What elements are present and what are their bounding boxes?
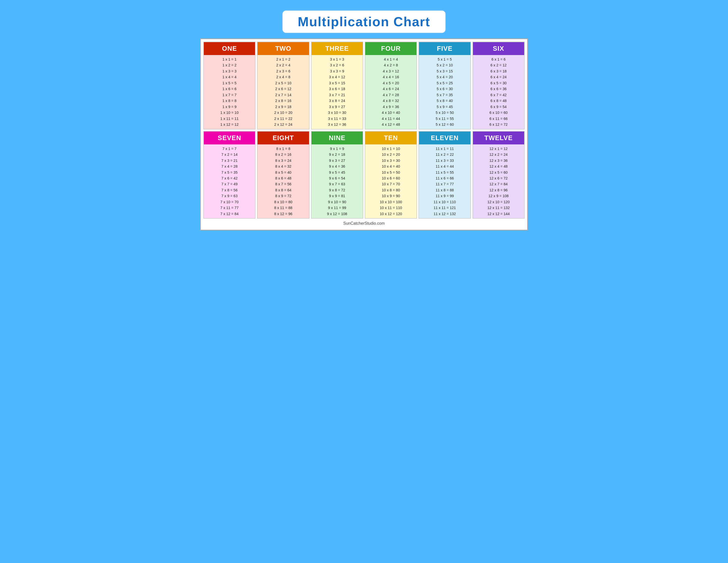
equation-row: 10 x 10 = 100: [366, 199, 415, 205]
equation-row: 10 x 9 = 90: [366, 193, 415, 199]
equation-row: 8 x 8 = 64: [259, 187, 308, 193]
equation-row: 8 x 5 = 40: [259, 170, 308, 175]
equation-row: 1 x 10 = 10: [205, 110, 254, 115]
equation-row: 9 x 10 = 90: [313, 199, 362, 205]
header-six: SIX: [473, 42, 524, 55]
equation-row: 4 x 5 = 20: [366, 80, 415, 86]
equation-row: 8 x 6 = 48: [259, 175, 308, 181]
equation-row: 12 x 1 = 12: [474, 146, 523, 151]
equation-row: 9 x 8 = 72: [313, 187, 362, 193]
equation-row: 6 x 6 = 36: [474, 86, 523, 92]
equation-row: 9 x 11 = 99: [313, 205, 362, 210]
equation-row: 5 x 4 = 20: [420, 74, 469, 80]
equation-row: 10 x 12 = 120: [366, 211, 415, 216]
equation-row: 1 x 3 = 3: [205, 68, 254, 74]
equation-row: 6 x 7 = 42: [474, 92, 523, 98]
equation-row: 7 x 8 = 56: [205, 187, 254, 193]
equation-row: 4 x 1 = 4: [366, 57, 415, 62]
equation-row: 8 x 3 = 24: [259, 158, 308, 163]
equation-row: 9 x 3 = 27: [313, 158, 362, 163]
equation-row: 12 x 10 = 120: [474, 199, 523, 205]
equation-row: 10 x 5 = 50: [366, 170, 415, 175]
equation-row: 1 x 6 = 6: [205, 86, 254, 92]
equation-row: 1 x 5 = 5: [205, 80, 254, 86]
equation-row: 10 x 7 = 70: [366, 181, 415, 187]
equation-row: 11 x 11 = 121: [420, 205, 469, 210]
equation-row: 5 x 11 = 55: [420, 116, 469, 121]
equation-row: 6 x 4 = 24: [474, 74, 523, 80]
section-three: THREE3 x 1 = 33 x 2 = 63 x 3 = 93 x 4 = …: [311, 42, 363, 129]
body-three: 3 x 1 = 33 x 2 = 63 x 3 = 93 x 4 = 123 x…: [312, 55, 363, 129]
section-one: ONE1 x 1 = 11 x 2 = 21 x 3 = 31 x 4 = 41…: [203, 42, 256, 129]
equation-row: 8 x 11 = 88: [259, 205, 308, 210]
header-nine: NINE: [312, 131, 363, 144]
equation-row: 2 x 4 = 8: [259, 74, 308, 80]
equation-row: 12 x 9 = 108: [474, 193, 523, 199]
equation-row: 4 x 7 = 28: [366, 92, 415, 98]
equation-row: 5 x 1 = 5: [420, 57, 469, 62]
equation-row: 5 x 7 = 35: [420, 92, 469, 98]
equation-row: 2 x 10 = 20: [259, 110, 308, 115]
equation-row: 7 x 1 = 7: [205, 146, 254, 151]
equation-row: 9 x 2 = 18: [313, 152, 362, 157]
equation-row: 3 x 12 = 36: [313, 122, 362, 127]
equation-row: 12 x 6 = 72: [474, 175, 523, 181]
equation-row: 11 x 10 = 110: [420, 199, 469, 205]
equation-row: 8 x 4 = 32: [259, 164, 308, 169]
equation-row: 2 x 3 = 6: [259, 68, 308, 74]
section-five: FIVE5 x 1 = 55 x 2 = 105 x 3 = 155 x 4 =…: [418, 42, 471, 129]
equation-row: 5 x 8 = 40: [420, 98, 469, 103]
equation-row: 11 x 4 = 44: [420, 164, 469, 169]
body-eight: 8 x 1 = 88 x 2 = 168 x 3 = 248 x 4 = 328…: [258, 144, 309, 218]
equation-row: 12 x 11 = 132: [474, 205, 523, 210]
equation-row: 1 x 7 = 7: [205, 92, 254, 98]
equation-row: 2 x 7 = 14: [259, 92, 308, 98]
equation-row: 3 x 2 = 6: [313, 62, 362, 68]
equation-row: 3 x 7 = 21: [313, 92, 362, 98]
equation-row: 11 x 2 = 22: [420, 152, 469, 157]
header-ten: TEN: [365, 131, 416, 144]
equation-row: 7 x 7 = 49: [205, 181, 254, 187]
equation-row: 6 x 10 = 60: [474, 110, 523, 115]
section-four: FOUR4 x 1 = 44 x 2 = 84 x 3 = 124 x 4 = …: [365, 42, 417, 129]
equation-row: 12 x 3 = 36: [474, 158, 523, 163]
equation-row: 7 x 12 = 84: [205, 211, 254, 216]
equation-row: 3 x 5 = 15: [313, 80, 362, 86]
equation-row: 2 x 8 = 16: [259, 98, 308, 103]
equation-row: 9 x 9 = 81: [313, 193, 362, 199]
equation-row: 11 x 5 = 55: [420, 170, 469, 175]
body-five: 5 x 1 = 55 x 2 = 105 x 3 = 155 x 4 = 205…: [419, 55, 470, 129]
equation-row: 6 x 5 = 30: [474, 80, 523, 86]
equation-row: 2 x 5 = 10: [259, 80, 308, 86]
equation-row: 4 x 11 = 44: [366, 116, 415, 121]
equation-row: 7 x 3 = 21: [205, 158, 254, 163]
header-eleven: ELEVEN: [419, 131, 470, 144]
header-four: FOUR: [365, 42, 416, 55]
equation-row: 10 x 8 = 80: [366, 187, 415, 193]
equation-row: 12 x 2 = 24: [474, 152, 523, 157]
equation-row: 10 x 1 = 10: [366, 146, 415, 151]
section-nine: NINE9 x 1 = 99 x 2 = 189 x 3 = 279 x 4 =…: [311, 131, 363, 219]
equation-row: 11 x 9 = 99: [420, 193, 469, 199]
equation-row: 3 x 8 = 24: [313, 98, 362, 103]
equation-row: 1 x 11 = 11: [205, 116, 254, 121]
equation-row: 4 x 6 = 24: [366, 86, 415, 92]
equation-row: 4 x 2 = 8: [366, 62, 415, 68]
equation-row: 1 x 9 = 9: [205, 104, 254, 110]
equation-row: 6 x 9 = 54: [474, 104, 523, 110]
section-six: SIX6 x 1 = 66 x 2 = 126 x 3 = 186 x 4 = …: [472, 42, 525, 129]
equation-row: 6 x 1 = 6: [474, 57, 523, 62]
equation-row: 10 x 3 = 30: [366, 158, 415, 163]
body-eleven: 11 x 1 = 1111 x 2 = 2211 x 3 = 3311 x 4 …: [419, 144, 470, 218]
equation-row: 3 x 1 = 3: [313, 57, 362, 62]
body-four: 4 x 1 = 44 x 2 = 84 x 3 = 124 x 4 = 164 …: [365, 55, 416, 129]
equation-row: 5 x 2 = 10: [420, 62, 469, 68]
body-nine: 9 x 1 = 99 x 2 = 189 x 3 = 279 x 4 = 369…: [312, 144, 363, 218]
equation-row: 10 x 11 = 110: [366, 205, 415, 210]
equation-row: 4 x 4 = 16: [366, 74, 415, 80]
equation-row: 8 x 1 = 8: [259, 146, 308, 151]
equation-row: 7 x 6 = 42: [205, 175, 254, 181]
equation-row: 8 x 2 = 16: [259, 152, 308, 157]
footer: SunCatcherStudio.com: [203, 221, 525, 227]
section-eight: EIGHT8 x 1 = 88 x 2 = 168 x 3 = 248 x 4 …: [257, 131, 309, 219]
